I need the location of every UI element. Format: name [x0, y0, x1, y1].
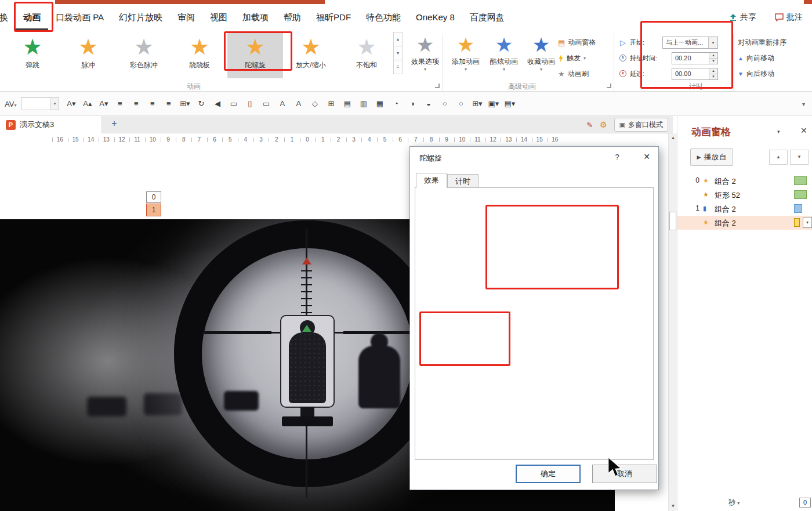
dialog-launcher-icon[interactable] [435, 84, 440, 88]
animation-effect-item[interactable]: ★ 彩色脉冲 [116, 32, 172, 78]
menu-tab[interactable]: 换 [0, 4, 16, 30]
chevron-down-icon[interactable]: ▾ [50, 98, 59, 110]
format-tool-icon[interactable]: ▯ [242, 96, 257, 112]
animation-effect-item[interactable]: ★ 陀螺旋 [227, 32, 283, 78]
pen-icon[interactable]: ✎ [586, 121, 593, 129]
format-tool-icon[interactable]: ≡ [161, 96, 176, 112]
dialog-launcher-icon[interactable] [607, 84, 611, 88]
scroll-down-button[interactable]: ▼ [669, 502, 677, 511]
menu-tab[interactable]: 加载项 [235, 4, 276, 30]
spinner-arrows[interactable]: ▲▼ [709, 68, 717, 79]
pane-move-down-button[interactable]: ▼ [790, 150, 809, 165]
menu-tab[interactable]: 帮助 [276, 4, 309, 30]
format-tool-icon[interactable]: A▴ [80, 96, 95, 112]
toolbar-overflow-button[interactable]: ▾ [802, 101, 807, 107]
scrollbar-thumb[interactable] [669, 212, 676, 230]
format-tool-icon[interactable]: ◔ [389, 96, 403, 112]
share-button[interactable]: 共享 [724, 10, 761, 25]
animation-effect-item[interactable]: ★ 不饱和 [339, 32, 394, 78]
add-animation-button[interactable]: ★ 添加动画 ▾ [447, 32, 485, 84]
vertical-scrollbar[interactable]: ▲ ▼ [668, 133, 677, 511]
format-tool-icon[interactable]: A▾ [64, 96, 78, 112]
duration-spinner[interactable]: 00.20 ▲▼ [672, 52, 718, 64]
chevron-down-icon[interactable]: ▾ [803, 217, 812, 228]
gallery-scroll-down[interactable]: ▾ [393, 46, 403, 60]
format-tool-icon[interactable]: A [275, 96, 289, 112]
animation-list-item[interactable]: 0 ★ 组合 2 ▾ [677, 174, 812, 188]
move-earlier-button[interactable]: ▲ 向前移动 [738, 50, 807, 66]
animation-effect-item[interactable]: ★ 跷跷板 [172, 32, 227, 78]
cancel-button[interactable]: 取消 [592, 465, 657, 483]
comments-button[interactable]: 批注 [770, 10, 807, 25]
format-tool-icon[interactable]: ▤ [340, 96, 354, 112]
start-dropdown[interactable]: 与上一动画... ▾ [662, 37, 718, 49]
collect-animation-button[interactable]: ★ 收藏动画 ▾ [522, 32, 560, 84]
menu-tab[interactable]: 审阅 [170, 4, 202, 30]
ok-button[interactable]: 确定 [516, 465, 581, 483]
animation-effect-item[interactable]: ★ 弹跳 [5, 32, 60, 78]
format-tool-icon[interactable]: ◀ [210, 96, 224, 112]
chevron-down-icon[interactable]: ▾ [708, 37, 717, 48]
format-tool-icon[interactable]: A▾ [96, 96, 111, 112]
format-tool-icon[interactable]: ≡ [129, 96, 143, 112]
format-tool-icon[interactable]: ▦ [372, 96, 387, 112]
format-tool-icon[interactable]: ○ [437, 96, 452, 112]
menu-tab[interactable]: 视图 [202, 4, 235, 30]
menu-tab[interactable]: 福昕PDF [309, 4, 358, 30]
format-tool-icon[interactable]: ⊞▾ [470, 96, 484, 112]
format-tool-icon[interactable]: ◇ [307, 96, 322, 112]
chevron-down-icon[interactable]: ▾ [777, 129, 780, 135]
animation-painter-button[interactable]: ★ 动画刷 [558, 66, 618, 82]
animation-effect-item[interactable]: ★ 放大/缩小 [283, 32, 339, 78]
menu-tab[interactable]: 百度网盘 [462, 4, 512, 30]
tab-effect[interactable]: 效果 [416, 173, 447, 189]
menu-tab[interactable]: 动画 [16, 4, 48, 30]
format-tool-icon[interactable]: ↻ [194, 96, 208, 112]
animation-number-badge-0[interactable]: 0 [146, 191, 161, 203]
format-tool-icon[interactable]: ○ [454, 96, 468, 112]
animation-number-badge-1[interactable]: 1 [146, 204, 161, 216]
font-tool[interactable]: AV▾ [5, 100, 16, 108]
close-icon[interactable]: ✕ [800, 126, 807, 135]
spinner-arrows[interactable]: ▲▼ [709, 53, 717, 64]
format-tool-icon[interactable]: ⊞ [324, 96, 338, 112]
close-icon[interactable]: ✕ [641, 152, 652, 161]
format-tool-icon[interactable]: ≡ [145, 96, 160, 112]
animation-effect-item[interactable]: ★ 脉冲 [60, 32, 116, 78]
tab-timing[interactable]: 计时 [447, 174, 478, 188]
timeline-bar[interactable] [794, 204, 802, 213]
play-from-button[interactable]: ▶ 播放自 [690, 148, 733, 166]
multi-window-button[interactable]: ▣ 多窗口模式 [614, 118, 668, 132]
animation-list-item[interactable]: 1 ▮ 组合 2 ▾ [677, 202, 812, 216]
menu-tab[interactable]: 口袋动画 PA [48, 4, 111, 30]
format-tool-icon[interactable]: ⊞▾ [177, 96, 192, 112]
animation-list-item[interactable]: ★ 矩形 52 ▾ [677, 188, 812, 202]
timeline-bar[interactable] [794, 176, 807, 185]
new-tab-button[interactable]: + [108, 118, 121, 129]
format-tool-icon[interactable]: ▭ [259, 96, 273, 112]
document-tab[interactable]: P 演示文稿3 [0, 116, 102, 133]
format-tool-icon[interactable]: ◒ [421, 96, 436, 112]
animation-pane-button[interactable]: ▤ 动画窗格 [558, 35, 618, 50]
move-later-button[interactable]: ▼ 向后移动 [738, 66, 807, 82]
help-button[interactable]: ? [612, 153, 622, 161]
effect-options-button[interactable]: ★ 效果选项 ▾ [406, 32, 444, 84]
font-size-combo[interactable]: ▾ [21, 97, 59, 110]
menu-tab[interactable]: 幻灯片放映 [111, 4, 170, 30]
pane-move-up-button[interactable]: ▲ [769, 150, 788, 165]
format-tool-icon[interactable]: ▤▾ [502, 96, 517, 112]
menu-tab[interactable]: OneKey 8 [408, 4, 462, 30]
menu-tab[interactable]: 特色功能 [358, 4, 408, 30]
format-tool-icon[interactable]: ▭ [226, 96, 241, 112]
delay-spinner[interactable]: 00.00 ▲▼ [672, 68, 718, 80]
format-tool-icon[interactable]: ▣▾ [486, 96, 501, 112]
timeline-bar[interactable] [794, 190, 807, 199]
format-tool-icon[interactable]: ▥ [356, 96, 371, 112]
cool-animation-button[interactable]: ★ 酷炫动画 ▾ [485, 32, 523, 84]
animation-list-item[interactable]: ★ 组合 2 ▾ [677, 216, 812, 230]
format-tool-icon[interactable]: ◑ [405, 96, 419, 112]
gallery-more-button[interactable]: ≡ [393, 60, 403, 74]
scroll-up-button[interactable]: ▲ [669, 133, 677, 143]
format-tool-icon[interactable]: ≡ [113, 96, 127, 112]
gallery-scroll-up[interactable]: ▴ [393, 32, 403, 46]
